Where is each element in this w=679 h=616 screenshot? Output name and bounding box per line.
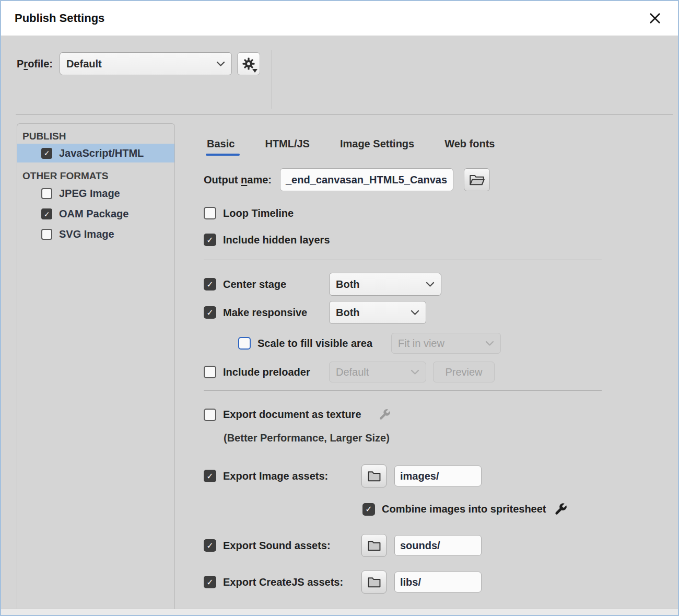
image-assets-path-input[interactable]: images/ (394, 466, 482, 486)
dialog-title: Publish Settings (15, 11, 104, 25)
chevron-down-icon (485, 341, 494, 346)
wrench-icon[interactable] (554, 502, 568, 516)
profile-section: Profile: Default (1, 36, 678, 115)
make-responsive-dropdown[interactable]: Both (329, 301, 426, 324)
titlebar: Publish Settings (1, 1, 678, 36)
scale-mode-value: Fit in view (398, 338, 444, 350)
scale-mode-dropdown: Fit in view (391, 333, 501, 354)
folder-icon (367, 470, 381, 482)
sidebar-item-svg-image[interactable]: SVG Image (17, 224, 174, 245)
header-divider (272, 50, 272, 109)
profile-options-button[interactable] (237, 52, 260, 75)
sidebar-item-label: OAM Package (59, 208, 128, 220)
profile-dropdown[interactable]: Default (60, 52, 232, 75)
output-name-input[interactable]: _end_canvasan_HTML5_Canvas (280, 168, 453, 191)
make-responsive-value: Both (336, 307, 360, 319)
make-responsive-label[interactable]: Make responsive (223, 307, 307, 319)
export-sound-assets-label[interactable]: Export Sound assets: (223, 540, 331, 552)
jpeg-image-checkbox[interactable] (41, 188, 52, 199)
close-button[interactable] (646, 9, 664, 28)
bottom-strip (1, 609, 678, 615)
include-hidden-layers-label[interactable]: Include hidden layers (223, 234, 330, 246)
publish-section-header: PUBLISH (17, 129, 174, 144)
preloader-preview-button: Preview (433, 362, 495, 382)
gear-caret-icon (252, 69, 257, 73)
section-divider (204, 390, 602, 391)
sidebar-item-label: JPEG Image (59, 188, 120, 200)
export-texture-label[interactable]: Export document as texture (223, 409, 361, 421)
loop-timeline-checkbox[interactable] (204, 207, 216, 219)
export-sound-assets-checkbox[interactable] (204, 539, 216, 552)
combine-spritesheet-label[interactable]: Combine images into spritesheet (382, 503, 546, 515)
profile-dropdown-value: Default (66, 58, 102, 70)
close-icon (648, 11, 662, 25)
chevron-down-icon (411, 369, 419, 375)
include-preloader-checkbox[interactable] (204, 366, 216, 378)
createjs-assets-path-input[interactable]: libs/ (394, 572, 482, 592)
createjs-assets-browse-button[interactable] (361, 571, 387, 594)
texture-note: (Better Performance, Larger Size) (224, 432, 602, 444)
sidebar-item-oam-package[interactable]: OAM Package (17, 204, 174, 224)
include-preloader-label[interactable]: Include preloader (223, 366, 310, 378)
settings-tabs: Basic HTML/JS Image Settings Web fonts (204, 138, 602, 156)
tab-html-js[interactable]: HTML/JS (265, 138, 310, 156)
sidebar-item-jpeg-image[interactable]: JPEG Image (17, 183, 174, 204)
sidebar-item-label: SVG Image (59, 228, 114, 240)
center-stage-checkbox[interactable] (204, 278, 216, 290)
publish-settings-dialog: Publish Settings Profile: Default (0, 0, 679, 616)
loop-timeline-label[interactable]: Loop Timeline (223, 207, 294, 219)
export-image-assets-label[interactable]: Export Image assets: (223, 470, 328, 482)
center-stage-value: Both (336, 278, 360, 290)
make-responsive-checkbox[interactable] (204, 306, 216, 319)
center-stage-label[interactable]: Center stage (223, 278, 286, 290)
sound-assets-path-input[interactable]: sounds/ (394, 535, 482, 556)
tab-image-settings[interactable]: Image Settings (340, 138, 414, 156)
svg-image-checkbox[interactable] (41, 229, 52, 240)
wrench-icon (378, 408, 391, 421)
sidebar-item-label: JavaScript/HTML (59, 147, 144, 159)
section-divider (204, 260, 602, 260)
javascript-html-checkbox[interactable] (41, 148, 52, 159)
center-stage-dropdown[interactable]: Both (329, 273, 441, 296)
image-assets-browse-button[interactable] (361, 464, 387, 487)
folder-icon (367, 540, 381, 552)
profile-label: Profile: (17, 58, 53, 70)
scale-to-fill-checkbox[interactable] (238, 337, 251, 350)
export-texture-checkbox[interactable] (204, 409, 216, 421)
export-createjs-assets-label[interactable]: Export CreateJS assets: (223, 576, 343, 588)
basic-tab-panel: Basic HTML/JS Image Settings Web fonts O… (204, 138, 602, 594)
folder-icon (367, 576, 381, 588)
include-hidden-layers-checkbox[interactable] (204, 234, 216, 246)
other-formats-section-header: OTHER FORMATS (17, 169, 174, 183)
chevron-down-icon (411, 310, 419, 316)
tab-basic[interactable]: Basic (207, 138, 235, 156)
tab-web-fonts[interactable]: Web fonts (444, 138, 495, 156)
sound-assets-browse-button[interactable] (361, 534, 387, 557)
chevron-down-icon (216, 61, 225, 67)
preloader-style-dropdown: Default (329, 362, 426, 382)
export-createjs-assets-checkbox[interactable] (204, 576, 216, 588)
output-name-label: Output name: (204, 174, 280, 186)
format-sidebar: PUBLISH JavaScript/HTML OTHER FORMATS JP… (17, 123, 175, 611)
scale-to-fill-label[interactable]: Scale to fill visible area (257, 338, 372, 350)
preloader-style-value: Default (336, 366, 369, 378)
export-image-assets-checkbox[interactable] (204, 470, 216, 482)
combine-spritesheet-checkbox[interactable] (362, 503, 375, 516)
chevron-down-icon (426, 282, 435, 287)
oam-package-checkbox[interactable] (41, 208, 52, 219)
folder-open-icon (469, 173, 485, 187)
output-browse-button[interactable] (464, 168, 490, 191)
header-bottom-divider (16, 114, 673, 115)
sidebar-item-javascript-html[interactable]: JavaScript/HTML (17, 144, 174, 162)
